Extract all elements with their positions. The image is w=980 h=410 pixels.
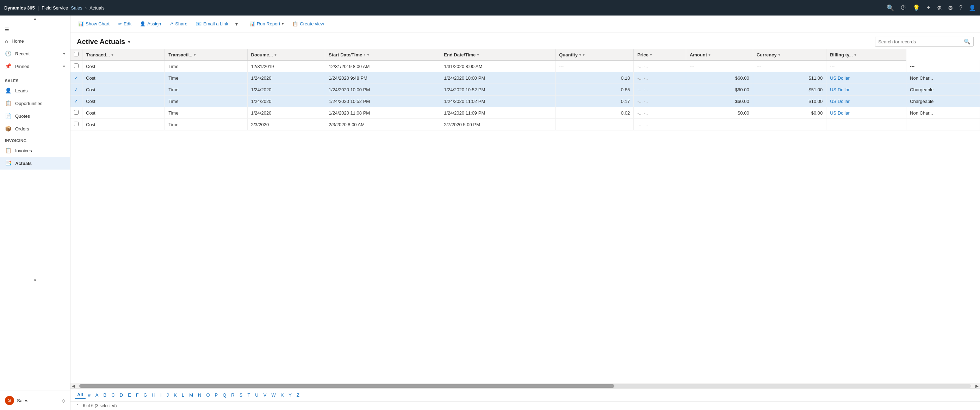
filter-icon[interactable]: ⚗	[937, 5, 942, 11]
filter-icon[interactable]: ▾	[854, 53, 856, 57]
alpha-item-d[interactable]: D	[117, 391, 126, 399]
scroll-track[interactable]	[79, 384, 971, 388]
create-view-button[interactable]: 📋 Create view	[289, 19, 328, 28]
assign-button[interactable]: 👤 Assign	[136, 19, 164, 28]
alpha-item-a[interactable]: A	[93, 391, 101, 399]
alpha-item-l[interactable]: L	[179, 391, 187, 399]
alpha-item-w[interactable]: W	[269, 391, 278, 399]
row-checkbox-cell[interactable]	[70, 119, 83, 131]
sidebar-scroll-up[interactable]: ▲	[0, 16, 70, 22]
gear-icon[interactable]: ⚙	[948, 5, 953, 11]
col-checkbox[interactable]	[70, 49, 83, 60]
more-button[interactable]: ▾	[233, 20, 240, 28]
alpha-item-y[interactable]: Y	[286, 391, 294, 399]
alpha-item-m[interactable]: M	[187, 391, 196, 399]
row-checkbox-cell[interactable]: ✓	[70, 84, 83, 96]
table-row[interactable]: CostTime1/24/20201/24/2020 11:08 PM1/24/…	[70, 107, 980, 119]
alpha-item-all[interactable]: All	[75, 391, 86, 399]
alpha-item-b[interactable]: B	[101, 391, 109, 399]
alpha-item-#[interactable]: #	[86, 391, 93, 399]
lightbulb-icon[interactable]: 💡	[913, 4, 920, 12]
filter-icon[interactable]: ▾	[194, 53, 196, 57]
row-checkbox[interactable]	[74, 121, 78, 126]
sidebar-item-actuals[interactable]: 📑 Actuals	[0, 157, 70, 169]
filter-icon[interactable]: ▾	[778, 53, 780, 57]
alpha-item-e[interactable]: E	[126, 391, 134, 399]
sidebar-item-recent[interactable]: 🕐 Recent ▾	[0, 47, 70, 60]
alpha-item-j[interactable]: J	[164, 391, 172, 399]
alpha-item-h[interactable]: H	[150, 391, 158, 399]
alpha-item-n[interactable]: N	[196, 391, 204, 399]
alpha-item-q[interactable]: Q	[220, 391, 229, 399]
alpha-item-u[interactable]: U	[253, 391, 261, 399]
table-row[interactable]: ✓CostTime1/24/20201/24/2020 10:00 PM1/24…	[70, 84, 980, 96]
alpha-item-v[interactable]: V	[261, 391, 269, 399]
alpha-item-p[interactable]: P	[212, 391, 221, 399]
row-checkbox-cell[interactable]	[70, 60, 83, 72]
add-icon[interactable]: +	[926, 4, 930, 12]
sidebar-menu-button[interactable]: ☰	[0, 24, 70, 35]
edit-button[interactable]: ✏ Edit	[115, 19, 135, 28]
email-link-button[interactable]: 📧 Email a Link	[192, 19, 232, 28]
currency-cell[interactable]: US Dollar	[826, 72, 906, 84]
table-row[interactable]: ✓CostTime1/24/20201/24/2020 10:52 PM1/24…	[70, 96, 980, 107]
alpha-item-k[interactable]: K	[171, 391, 179, 399]
search-icon[interactable]: 🔍	[964, 38, 970, 45]
currency-link[interactable]: US Dollar	[830, 75, 850, 81]
filter-icon[interactable]: ▾	[111, 53, 113, 57]
currency-cell[interactable]: US Dollar	[826, 84, 906, 96]
sidebar-item-orders[interactable]: 📦 Orders	[0, 122, 70, 135]
sidebar-item-home[interactable]: ⌂ Home	[0, 35, 70, 47]
row-checkbox-cell[interactable]: ✓	[70, 96, 83, 107]
sidebar-item-invoices[interactable]: 📋 Invoices	[0, 144, 70, 157]
search-icon[interactable]: 🔍	[887, 4, 894, 12]
currency-link[interactable]: US Dollar	[830, 110, 850, 116]
alpha-item-x[interactable]: X	[278, 391, 286, 399]
filter-icon[interactable]: ▾	[477, 53, 479, 57]
alpha-item-f[interactable]: F	[134, 391, 141, 399]
sort-asc-icon[interactable]: ↑	[364, 53, 366, 57]
recent-icon[interactable]: ⏱	[900, 4, 906, 11]
row-checkbox[interactable]	[74, 110, 78, 115]
sidebar-item-quotes[interactable]: 📄 Quotes	[0, 110, 70, 122]
alpha-item-g[interactable]: G	[141, 391, 150, 399]
currency-link[interactable]: US Dollar	[830, 99, 850, 104]
table-row[interactable]: CostTime12/31/201912/31/2019 8:00 AM1/31…	[70, 60, 980, 72]
sidebar-item-leads[interactable]: 👤 Leads	[0, 84, 70, 97]
alpha-item-i[interactable]: I	[158, 391, 164, 399]
sidebar-scroll-down[interactable]: ▼	[0, 277, 70, 284]
scroll-thumb[interactable]	[79, 384, 614, 388]
table-row[interactable]: ✓CostTime1/24/20201/24/2020 9:48 PM1/24/…	[70, 72, 980, 84]
help-icon[interactable]: ?	[959, 5, 963, 11]
search-box[interactable]: 🔍	[875, 37, 974, 46]
currency-cell[interactable]: US Dollar	[826, 107, 906, 119]
sidebar-item-opportunities[interactable]: 📋 Opportunities	[0, 97, 70, 110]
currency-cell[interactable]: US Dollar	[826, 96, 906, 107]
filter-icon[interactable]: ▾	[367, 53, 369, 57]
row-checkbox-cell[interactable]	[70, 107, 83, 119]
filter-icon2[interactable]: ▾	[583, 53, 585, 57]
sidebar-item-pinned[interactable]: 📌 Pinned ▾	[0, 60, 70, 73]
filter-icon[interactable]: ▾	[579, 53, 581, 57]
share-button[interactable]: ↗ Share	[166, 19, 191, 28]
currency-link[interactable]: US Dollar	[830, 87, 850, 93]
user-icon[interactable]: 👤	[969, 5, 976, 11]
search-input[interactable]	[878, 39, 964, 45]
filter-icon[interactable]: ▾	[650, 53, 652, 57]
table-row[interactable]: CostTime2/3/20202/3/2020 8:00 AM2/7/2020…	[70, 119, 980, 131]
view-dropdown-icon[interactable]: ▾	[128, 39, 130, 45]
alpha-item-s[interactable]: S	[237, 391, 245, 399]
sidebar-user[interactable]: S Sales ◇	[0, 393, 70, 408]
horizontal-scrollbar[interactable]: ◀ ▶	[70, 383, 980, 389]
breadcrumb-sales[interactable]: Sales	[71, 5, 83, 11]
scroll-right-arrow[interactable]: ▶	[974, 384, 980, 389]
filter-icon[interactable]: ▾	[274, 53, 277, 57]
alpha-item-r[interactable]: R	[229, 391, 237, 399]
row-checkbox[interactable]	[74, 64, 78, 68]
row-checkbox-cell[interactable]: ✓	[70, 72, 83, 84]
alpha-item-o[interactable]: O	[204, 391, 212, 399]
scroll-left-arrow[interactable]: ◀	[70, 384, 76, 389]
alpha-item-c[interactable]: C	[109, 391, 117, 399]
alpha-item-t[interactable]: T	[245, 391, 253, 399]
show-chart-button[interactable]: 📊 Show Chart	[75, 19, 113, 28]
